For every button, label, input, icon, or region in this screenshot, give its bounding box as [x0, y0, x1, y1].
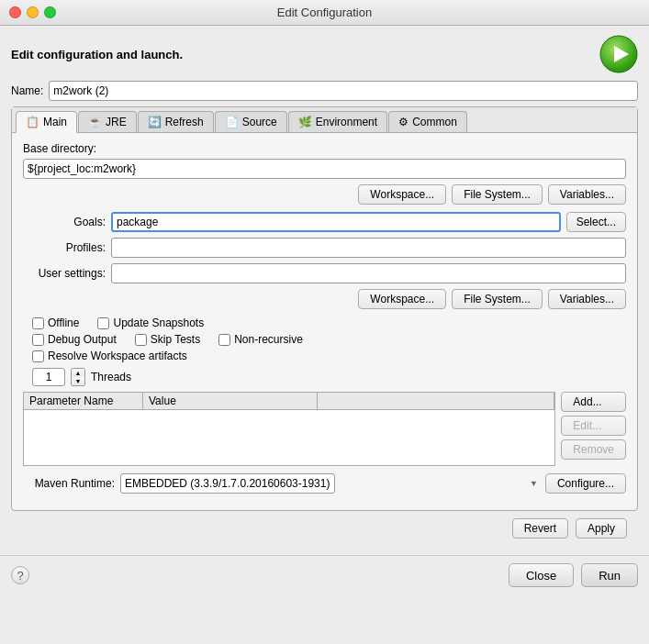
debug-output-checkbox-label[interactable]: Debug Output [32, 333, 117, 346]
variables-button-2[interactable]: Variables... [548, 289, 626, 309]
tab-jre-label: JRE [106, 116, 127, 128]
file-system-button-1[interactable]: File System... [452, 184, 543, 205]
threads-decrement-button[interactable]: ▼ [72, 377, 84, 385]
threads-input[interactable] [32, 368, 65, 386]
workspace-button-2[interactable]: Workspace... [358, 289, 446, 309]
user-settings-label: User settings: [23, 267, 106, 280]
params-actions: Add... Edit... Remove [561, 392, 626, 466]
tab-environment-icon: 🌿 [298, 116, 312, 128]
tab-main-icon: 📋 [26, 116, 39, 128]
tab-main-label: Main [43, 116, 67, 128]
threads-spinner[interactable]: ▲ ▼ [71, 368, 85, 386]
name-input[interactable] [49, 81, 638, 101]
tab-main[interactable]: 📋 Main [16, 111, 77, 133]
run-button[interactable]: Run [581, 563, 638, 587]
goals-row: Goals: Select... [23, 212, 626, 232]
debug-output-label: Debug Output [48, 333, 117, 346]
name-label: Name: [11, 84, 43, 97]
update-snapshots-checkbox-label[interactable]: Update Snapshots [97, 316, 204, 329]
help-button[interactable]: ? [11, 566, 29, 584]
update-snapshots-label: Update Snapshots [113, 316, 204, 329]
base-dir-row [23, 159, 626, 179]
params-grid: Parameter Name Value [23, 392, 555, 466]
close-button[interactable]: Close [509, 563, 574, 587]
checkboxes-section: Offline Update Snapshots Debug Output Sk… [23, 316, 626, 362]
debug-output-checkbox[interactable] [32, 334, 44, 346]
profiles-row: Profiles: [23, 238, 626, 258]
maximize-window-button[interactable] [44, 6, 56, 18]
user-settings-input[interactable] [111, 263, 626, 283]
tab-refresh-label: Refresh [165, 116, 204, 128]
apply-button[interactable]: Apply [576, 518, 627, 539]
tab-refresh[interactable]: 🔄 Refresh [138, 111, 214, 132]
header-row: Edit configuration and launch. [11, 35, 638, 73]
offline-label: Offline [48, 316, 79, 329]
resolve-workspace-checkbox-label[interactable]: Resolve Workspace artifacts [32, 350, 187, 362]
tab-source[interactable]: 📄 Source [215, 111, 287, 132]
tab-environment[interactable]: 🌿 Environment [288, 111, 387, 132]
params-container: Parameter Name Value Add... Edit... Remo… [23, 392, 626, 466]
profiles-input[interactable] [111, 238, 626, 258]
maven-configure-button[interactable]: Configure... [545, 473, 626, 494]
tab-environment-label: Environment [316, 116, 377, 128]
skip-tests-checkbox-label[interactable]: Skip Tests [135, 333, 200, 346]
dialog-title: Edit Configuration [277, 6, 372, 19]
footer-row: ? Close Run [0, 555, 649, 594]
tab-common-label: Common [412, 116, 457, 128]
revert-button[interactable]: Revert [512, 518, 568, 539]
add-param-button[interactable]: Add... [561, 392, 626, 412]
params-col2-header: Value [143, 393, 318, 409]
tab-jre-icon: ☕ [88, 116, 102, 128]
window-controls[interactable] [9, 6, 56, 18]
goals-label: Goals: [23, 216, 106, 228]
base-dir-buttons: Workspace... File System... Variables... [23, 184, 626, 205]
user-settings-row: User settings: [23, 263, 626, 283]
config-panel: 📋 Main ☕ JRE 🔄 Refresh 📄 Source 🌿 Enviro… [11, 106, 638, 511]
edit-label: Edit configuration and launch. [11, 48, 183, 61]
checkbox-row-2: Debug Output Skip Tests Non-recursive [23, 333, 626, 346]
tab-source-label: Source [242, 116, 277, 128]
tab-common[interactable]: ⚙ Common [388, 111, 467, 132]
checkbox-row-1: Offline Update Snapshots [23, 316, 626, 329]
variables-button-1[interactable]: Variables... [548, 184, 626, 205]
threads-row: ▲ ▼ Threads [23, 368, 626, 386]
bottom-buttons: Revert Apply [11, 511, 638, 546]
tab-source-icon: 📄 [225, 116, 239, 128]
goals-input[interactable] [111, 212, 561, 232]
remove-param-button[interactable]: Remove [561, 439, 626, 460]
footer-buttons: Close Run [509, 563, 638, 587]
params-body [24, 410, 554, 465]
maven-runtime-select[interactable]: EMBEDDED (3.3.9/1.7.0.20160603-1931) [120, 473, 335, 494]
dialog-content: Edit configuration and launch. Name: 📋 M… [0, 26, 649, 555]
resolve-workspace-label: Resolve Workspace artifacts [48, 350, 187, 362]
base-dir-label: Base directory: [23, 142, 96, 155]
workspace-button-1[interactable]: Workspace... [358, 184, 446, 205]
file-system-button-2[interactable]: File System... [452, 289, 543, 309]
non-recursive-checkbox[interactable] [218, 334, 230, 346]
select-button[interactable]: Select... [566, 212, 626, 232]
tab-bar: 📋 Main ☕ JRE 🔄 Refresh 📄 Source 🌿 Enviro… [12, 107, 637, 133]
edit-param-button[interactable]: Edit... [561, 416, 626, 436]
base-dir-input[interactable] [23, 159, 626, 179]
name-row: Name: [11, 81, 638, 101]
profiles-label: Profiles: [23, 241, 106, 254]
checkbox-row-3: Resolve Workspace artifacts [23, 350, 626, 362]
panel-body: Base directory: Workspace... File System… [12, 133, 637, 510]
skip-tests-checkbox[interactable] [135, 334, 147, 346]
resolve-workspace-checkbox[interactable] [32, 350, 44, 362]
offline-checkbox-label[interactable]: Offline [32, 316, 79, 329]
offline-checkbox[interactable] [32, 317, 44, 329]
tab-refresh-icon: 🔄 [148, 116, 162, 128]
title-bar: Edit Configuration [0, 0, 649, 26]
non-recursive-checkbox-label[interactable]: Non-recursive [218, 333, 303, 346]
maven-runtime-label: Maven Runtime: [23, 477, 115, 490]
threads-increment-button[interactable]: ▲ [72, 369, 84, 377]
close-window-button[interactable] [9, 6, 21, 18]
user-settings-buttons: Workspace... File System... Variables... [23, 289, 626, 309]
tab-jre[interactable]: ☕ JRE [78, 111, 137, 132]
params-header: Parameter Name Value [24, 393, 554, 410]
update-snapshots-checkbox[interactable] [97, 317, 109, 329]
minimize-window-button[interactable] [27, 6, 39, 18]
threads-label: Threads [91, 371, 131, 383]
skip-tests-label: Skip Tests [151, 333, 200, 346]
